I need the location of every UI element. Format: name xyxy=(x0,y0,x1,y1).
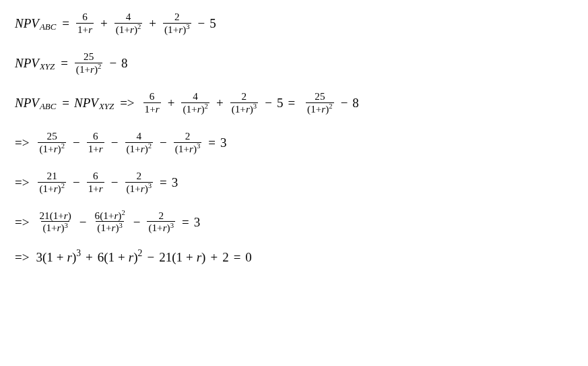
equation-line-6: => 21(1+r) (1+r)3 − 6(1+r)2 (1+r)3 − 2 (… xyxy=(15,211,573,235)
lparen: (1 xyxy=(172,250,183,265)
num-25: 25 xyxy=(315,90,325,102)
plus: + xyxy=(135,183,141,194)
lparen: (1 xyxy=(116,24,125,35)
lparen: (1 xyxy=(50,210,59,221)
plus: + xyxy=(163,96,180,111)
sub-xyz: XYZ xyxy=(40,61,55,72)
equals: = xyxy=(229,250,246,265)
sup-2: 2 xyxy=(121,209,125,216)
equation-line-1: NPVABC = 6 1+r + 4 (1+r)2 + 2 (1+r)3 − 5 xyxy=(15,12,573,36)
fraction: 6(1+r)2 (1+r)3 xyxy=(94,210,127,234)
equation-line-7: => 3(1+r)3 + 6(1+r)2 − 21(1+r) + 2 = 0 xyxy=(15,250,573,265)
num-4: 4 xyxy=(193,90,198,102)
num-1: 1 xyxy=(77,24,83,35)
minus: − xyxy=(129,215,145,230)
fraction: 21(1+r) (1+r)3 xyxy=(38,210,72,234)
plus: + xyxy=(48,143,54,154)
sup-2: 2 xyxy=(329,102,332,110)
rparen: ) xyxy=(116,222,119,233)
rparen: ) xyxy=(58,183,61,194)
plus: + xyxy=(53,250,67,265)
num-2: 2 xyxy=(185,130,191,142)
num-25: 25 xyxy=(47,130,57,142)
sub-abc: ABC xyxy=(40,101,56,112)
rparen: ) xyxy=(167,222,170,233)
plus: + xyxy=(48,183,54,194)
num-6: 6 xyxy=(93,130,98,142)
sup-3: 3 xyxy=(253,102,257,110)
sup-2: 2 xyxy=(98,63,101,70)
plus: + xyxy=(150,103,156,115)
equals: = xyxy=(155,175,172,190)
plus: + xyxy=(205,250,222,265)
fraction: 4 (1+r)2 xyxy=(115,11,143,35)
fraction: 6 1+r xyxy=(76,11,94,35)
implies: => xyxy=(15,250,36,265)
implies: => xyxy=(115,96,141,111)
plus: + xyxy=(115,250,129,265)
num-21: 21 xyxy=(39,210,49,221)
fraction: 4 (1+r)2 xyxy=(181,91,209,115)
num-5: 5 xyxy=(209,16,216,31)
equals: = xyxy=(57,16,74,31)
plus: + xyxy=(211,96,228,111)
fraction: 2 (1+r)3 xyxy=(125,171,154,194)
implies: => xyxy=(15,215,36,230)
sup-3: 3 xyxy=(65,222,68,229)
num-2: 2 xyxy=(242,90,247,102)
lparen: (1 xyxy=(127,143,135,154)
implies: => xyxy=(15,175,36,190)
implies: => xyxy=(15,135,36,150)
sup-2: 2 xyxy=(61,142,65,150)
minus: − xyxy=(104,56,121,71)
num-3: 3 xyxy=(172,175,178,190)
num-2: 2 xyxy=(222,250,229,265)
rparen: ) xyxy=(145,143,148,154)
sup-3: 3 xyxy=(148,182,152,189)
num-21: 21 xyxy=(47,170,57,181)
sup-3: 3 xyxy=(170,222,174,229)
plus: + xyxy=(183,143,189,154)
var-r: r xyxy=(156,103,160,115)
num-21: 21 xyxy=(159,250,172,265)
num-2: 2 xyxy=(174,11,180,22)
var-r: r xyxy=(129,250,133,265)
num-6: 6 xyxy=(93,170,98,181)
rparen: ) xyxy=(68,210,71,221)
num-0: 0 xyxy=(245,250,252,265)
minus: − xyxy=(142,250,159,265)
var-npv: NPV xyxy=(15,16,39,31)
lparen: (1 xyxy=(307,103,316,115)
plus: + xyxy=(240,103,246,115)
equation-line-5: => 21 (1+r)2 − 6 1+r − 2 (1+r)3 = 3 xyxy=(15,171,573,195)
minus: − xyxy=(68,175,85,190)
plus: + xyxy=(173,24,179,35)
lparen: (1 xyxy=(42,250,53,265)
lparen: (1 xyxy=(100,210,108,221)
sup-3: 3 xyxy=(197,142,200,150)
lparen: (1 xyxy=(232,103,240,115)
var-r: r xyxy=(197,250,201,265)
equation-line-3: NPVABC = NPVXYZ => 6 1+r + 4 (1+r)2 + 2 … xyxy=(15,92,573,115)
sup-2: 2 xyxy=(137,23,141,30)
lparen: (1 xyxy=(104,250,115,265)
fraction: 2 (1+r)3 xyxy=(230,91,259,115)
sup-3: 3 xyxy=(119,222,123,229)
fraction: 2 (1+r)3 xyxy=(174,131,202,154)
minus: − xyxy=(75,215,92,230)
num-6: 6 xyxy=(98,250,104,265)
rparen: ) xyxy=(58,143,61,154)
minus: − xyxy=(106,135,123,150)
plus: + xyxy=(144,16,161,31)
lparen: (1 xyxy=(76,63,85,75)
plus: + xyxy=(157,222,163,233)
equals: = xyxy=(177,215,194,230)
lparen: (1 xyxy=(42,222,51,233)
plus: + xyxy=(124,24,130,35)
var-npv: NPV xyxy=(74,96,98,111)
rparen: ) xyxy=(145,183,148,194)
math-document: NPVABC = 6 1+r + 4 (1+r)2 + 2 (1+r)3 − 5… xyxy=(0,0,588,277)
plus: + xyxy=(135,143,141,154)
equals: = xyxy=(56,56,73,71)
fraction: 25 (1+r)2 xyxy=(306,91,334,115)
